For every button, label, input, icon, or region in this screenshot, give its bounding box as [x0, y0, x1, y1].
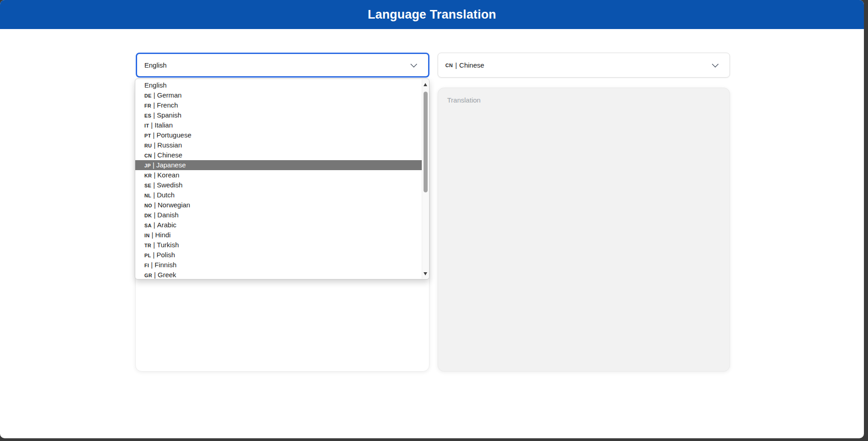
- pipe-separator: |: [153, 101, 155, 109]
- language-label: Italian: [154, 121, 173, 129]
- language-label: English: [144, 81, 167, 89]
- language-option[interactable]: SA|Arabic: [135, 220, 422, 230]
- pipe-separator: |: [154, 201, 156, 209]
- language-option[interactable]: RU|Russian: [135, 140, 422, 150]
- language-label: Dutch: [157, 191, 174, 199]
- language-label: Polish: [157, 251, 175, 259]
- language-label: Arabic: [157, 221, 177, 229]
- pipe-separator: |: [455, 61, 457, 69]
- language-code: NL: [144, 193, 151, 198]
- scroll-down-icon: [424, 272, 427, 275]
- language-code: PT: [144, 133, 151, 138]
- language-label: Portuguese: [157, 131, 192, 139]
- pipe-separator: |: [154, 141, 156, 149]
- language-label: Korean: [158, 171, 179, 179]
- language-option[interactable]: English: [135, 80, 422, 90]
- pipe-separator: |: [151, 261, 153, 269]
- language-label: Japanese: [156, 161, 186, 169]
- language-code: IN: [144, 233, 150, 238]
- app-window: Language Translation English CN | Chines…: [0, 0, 864, 438]
- language-code: DE: [144, 93, 152, 98]
- translation-output[interactable]: [438, 88, 730, 371]
- pipe-separator: |: [153, 181, 155, 189]
- language-code: TR: [144, 243, 151, 248]
- page-title: Language Translation: [368, 8, 496, 22]
- language-option[interactable]: NL|Dutch: [135, 190, 422, 200]
- pipe-separator: |: [153, 191, 155, 199]
- language-code: SE: [144, 183, 151, 188]
- language-option[interactable]: ES|Spanish: [135, 110, 422, 120]
- chevron-down-icon: [712, 60, 719, 68]
- language-label: Russian: [158, 141, 182, 149]
- pipe-separator: |: [154, 171, 156, 179]
- language-label: Hindi: [155, 231, 171, 239]
- language-option[interactable]: DK|Danish: [135, 210, 422, 220]
- language-option[interactable]: GR|Greek: [135, 270, 422, 279]
- pipe-separator: |: [153, 251, 155, 259]
- language-option[interactable]: DE|German: [135, 90, 422, 100]
- pipe-separator: |: [153, 221, 155, 229]
- scroll-down-button[interactable]: [422, 270, 429, 278]
- app-header: Language Translation: [0, 0, 864, 29]
- source-language-value: English: [144, 61, 167, 69]
- language-option[interactable]: JP|Japanese: [135, 160, 422, 170]
- language-option[interactable]: IN|Hindi: [135, 230, 422, 240]
- language-code: SA: [144, 223, 152, 228]
- language-label: Spanish: [157, 111, 181, 119]
- language-code: CN: [144, 153, 152, 158]
- language-option[interactable]: FR|French: [135, 100, 422, 110]
- pipe-separator: |: [153, 161, 154, 169]
- pipe-separator: |: [154, 271, 156, 279]
- language-code: FR: [144, 103, 151, 108]
- pipe-separator: |: [154, 211, 156, 219]
- language-code: PL: [144, 253, 151, 258]
- language-option[interactable]: PT|Portuguese: [135, 130, 422, 140]
- language-option[interactable]: FI|Finnish: [135, 260, 422, 270]
- target-language-select[interactable]: CN | Chinese: [438, 53, 730, 78]
- language-option[interactable]: SE|Swedish: [135, 180, 422, 190]
- language-dropdown: EnglishDE|GermanFR|FrenchES|SpanishIT|It…: [135, 78, 429, 279]
- scroll-up-button[interactable]: [422, 80, 429, 88]
- language-option[interactable]: NO|Norwegian: [135, 200, 422, 210]
- language-label: Danish: [158, 211, 179, 219]
- language-code: KR: [144, 173, 152, 178]
- language-label: Chinese: [158, 151, 182, 159]
- language-label: Finnish: [154, 261, 176, 269]
- pipe-separator: |: [152, 231, 153, 239]
- target-language-label: Chinese: [459, 61, 484, 69]
- language-option[interactable]: CN|Chinese: [135, 150, 422, 160]
- scroll-up-icon: [424, 83, 427, 86]
- language-code: JP: [144, 163, 151, 168]
- target-language-code: CN: [445, 63, 453, 68]
- pipe-separator: |: [153, 91, 155, 99]
- language-code: ES: [144, 113, 151, 118]
- language-label: Swedish: [157, 181, 182, 189]
- language-label: Turkish: [157, 241, 179, 249]
- pipe-separator: |: [153, 111, 155, 119]
- language-code: IT: [144, 123, 149, 128]
- language-code: FI: [144, 263, 149, 268]
- language-option[interactable]: KR|Korean: [135, 170, 422, 180]
- pipe-separator: |: [151, 121, 153, 129]
- language-code: NO: [144, 203, 152, 208]
- language-code: DK: [144, 213, 152, 218]
- language-label: Greek: [158, 271, 176, 279]
- pipe-separator: |: [153, 131, 155, 139]
- pipe-separator: |: [154, 151, 156, 159]
- language-dropdown-list: EnglishDE|GermanFR|FrenchES|SpanishIT|It…: [135, 80, 422, 279]
- language-code: GR: [144, 273, 152, 278]
- translation-output-panel: [438, 88, 730, 372]
- pipe-separator: |: [153, 241, 155, 249]
- language-label: French: [157, 101, 178, 109]
- source-language-select[interactable]: English: [136, 53, 429, 78]
- language-option[interactable]: PL|Polish: [135, 250, 422, 260]
- language-code: RU: [144, 143, 152, 148]
- language-label: Norwegian: [158, 201, 190, 209]
- dropdown-scrollbar[interactable]: [422, 79, 429, 279]
- language-option[interactable]: TR|Turkish: [135, 240, 422, 250]
- language-option[interactable]: IT|Italian: [135, 120, 422, 130]
- language-label: German: [157, 91, 182, 99]
- scrollbar-thumb[interactable]: [424, 92, 428, 192]
- chevron-down-icon: [410, 60, 418, 68]
